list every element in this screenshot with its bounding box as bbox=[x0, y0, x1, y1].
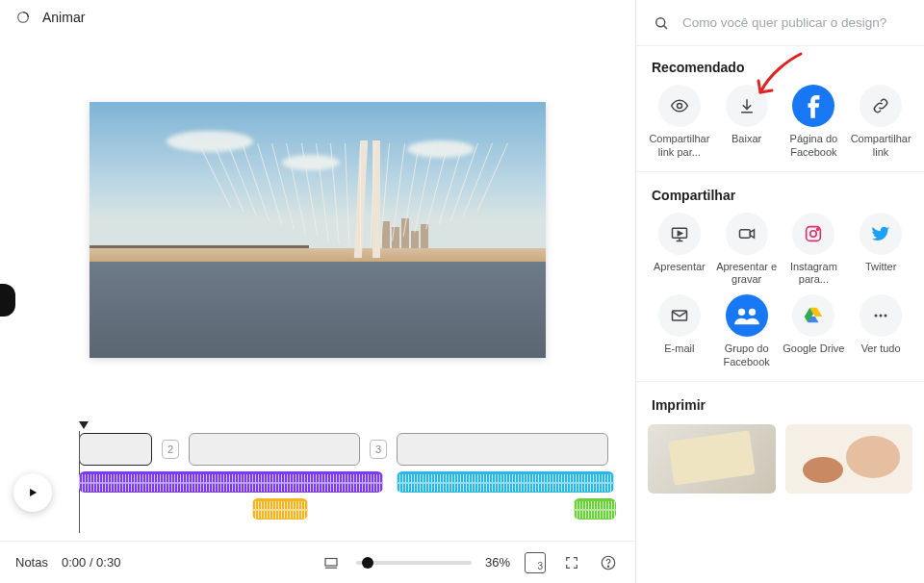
recommended-option-label: Compartilhar link bbox=[849, 133, 912, 160]
page-count-badge: 3 bbox=[525, 552, 546, 573]
section-title-print: Imprimir bbox=[636, 384, 924, 418]
share-panel: Recomendado Compartilhar link par...Baix… bbox=[635, 0, 924, 583]
audio-clip-blue[interactable] bbox=[397, 471, 614, 493]
eye-icon bbox=[658, 85, 701, 127]
search-icon bbox=[650, 12, 673, 35]
instagram-icon bbox=[792, 213, 834, 255]
fullscreen-icon[interactable] bbox=[560, 551, 583, 574]
share-option-label: Apresentar bbox=[654, 261, 706, 274]
svg-rect-1 bbox=[325, 558, 337, 566]
print-option-2[interactable] bbox=[785, 424, 913, 494]
svg-point-19 bbox=[880, 315, 883, 317]
svg-point-16 bbox=[737, 309, 744, 316]
share-option-label: Ver tudo bbox=[861, 342, 901, 356]
facebook-icon bbox=[792, 85, 834, 127]
twitter-icon bbox=[860, 213, 902, 255]
audio-clip-orange[interactable] bbox=[252, 498, 308, 520]
recommended-option-facebook[interactable]: Página do Facebook bbox=[783, 85, 846, 160]
animate-icon[interactable] bbox=[12, 6, 35, 29]
pages-button[interactable]: 3 bbox=[524, 551, 547, 574]
link-icon bbox=[860, 85, 902, 127]
svg-line-6 bbox=[664, 25, 667, 28]
video-clip-2[interactable] bbox=[189, 433, 360, 466]
svg-point-20 bbox=[885, 315, 887, 317]
gdrive-icon bbox=[792, 294, 834, 337]
share-option-label: Instagram para... bbox=[783, 261, 846, 288]
notes-button[interactable]: Notas bbox=[15, 555, 48, 570]
share-option-present[interactable]: Apresentar bbox=[648, 213, 711, 288]
side-panel-handle[interactable] bbox=[0, 284, 15, 317]
animar-button[interactable]: Animar bbox=[42, 10, 85, 25]
clip-count-badge: 2 bbox=[162, 440, 179, 459]
recommended-option-download[interactable]: Baixar bbox=[715, 85, 779, 160]
print-option-1[interactable] bbox=[648, 424, 776, 494]
share-option-label: Google Drive bbox=[783, 342, 844, 356]
share-option-more[interactable]: Ver tudo bbox=[849, 294, 912, 369]
fbgroup-icon bbox=[726, 294, 768, 337]
clip-count-badge: 3 bbox=[370, 440, 387, 459]
share-option-label: Apresentar e gravar bbox=[715, 261, 779, 288]
share-option-label: Twitter bbox=[865, 261, 896, 274]
zoom-knob[interactable] bbox=[362, 557, 373, 569]
recommended-option-label: Baixar bbox=[732, 133, 761, 146]
share-option-fbgroup[interactable]: Grupo do Facebook bbox=[715, 294, 779, 369]
svg-point-12 bbox=[810, 230, 816, 236]
svg-point-17 bbox=[748, 309, 755, 316]
section-title-recommended: Recomendado bbox=[636, 46, 924, 81]
svg-point-18 bbox=[875, 315, 878, 317]
help-icon[interactable] bbox=[597, 551, 620, 574]
recommended-option-label: Compartilhar link par... bbox=[648, 133, 711, 160]
playback-time: 0:00 / 0:30 bbox=[62, 555, 120, 570]
video-clip-1[interactable] bbox=[79, 433, 152, 466]
svg-point-7 bbox=[677, 104, 681, 109]
section-title-share: Compartilhar bbox=[636, 174, 924, 209]
share-option-mail[interactable]: E-mail bbox=[648, 294, 711, 369]
audio-clip-purple[interactable] bbox=[79, 471, 383, 493]
svg-rect-10 bbox=[739, 229, 750, 237]
present-icon bbox=[658, 213, 701, 255]
more-icon bbox=[860, 294, 902, 337]
audio-clip-green[interactable] bbox=[574, 498, 616, 520]
canvas-stage[interactable] bbox=[0, 35, 635, 425]
share-option-instagram[interactable]: Instagram para... bbox=[783, 213, 846, 288]
recommended-option-label: Página do Facebook bbox=[783, 133, 846, 160]
share-option-label: Grupo do Facebook bbox=[715, 342, 779, 369]
recommended-option-eye[interactable]: Compartilhar link par... bbox=[648, 85, 711, 160]
zoom-slider[interactable] bbox=[356, 561, 472, 565]
share-option-record[interactable]: Apresentar e gravar bbox=[715, 213, 779, 288]
view-mode-icon[interactable] bbox=[320, 551, 343, 574]
svg-point-4 bbox=[607, 566, 608, 567]
svg-point-13 bbox=[817, 228, 819, 230]
timeline[interactable]: 2 3 bbox=[0, 425, 635, 541]
canvas-preview[interactable] bbox=[90, 102, 546, 358]
mail-icon bbox=[658, 294, 701, 337]
share-option-label: E-mail bbox=[664, 342, 694, 356]
share-option-twitter[interactable]: Twitter bbox=[849, 213, 912, 288]
svg-point-5 bbox=[656, 17, 665, 26]
play-button[interactable] bbox=[13, 473, 52, 512]
svg-point-15 bbox=[726, 294, 768, 337]
download-icon bbox=[726, 85, 768, 127]
share-option-gdrive[interactable]: Google Drive bbox=[783, 294, 846, 369]
video-clip-3[interactable] bbox=[397, 433, 608, 466]
playhead-marker[interactable] bbox=[79, 421, 89, 429]
zoom-level[interactable]: 36% bbox=[485, 555, 510, 570]
record-icon bbox=[726, 213, 768, 255]
share-search-input[interactable] bbox=[682, 15, 911, 30]
recommended-option-link[interactable]: Compartilhar link bbox=[849, 85, 912, 160]
